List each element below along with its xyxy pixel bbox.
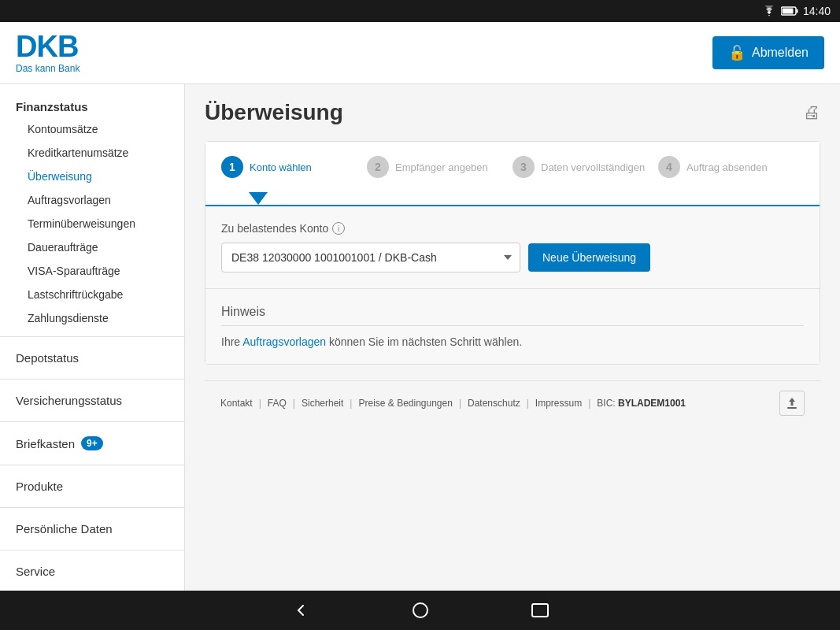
recents-button[interactable] (527, 598, 553, 623)
page-title: Überweisung (205, 100, 343, 125)
battery-icon (781, 6, 798, 16)
step-label-3: Daten vervollständigen (541, 161, 645, 173)
account-select[interactable]: DE38 12030000 1001001001 / DKB-Cash (221, 243, 520, 272)
back-button[interactable] (288, 598, 313, 623)
footer-link-sicherheit[interactable]: Sicherheit (302, 398, 343, 409)
step-circle-4: 4 (658, 156, 680, 178)
abmelden-label: Abmelden (752, 46, 809, 60)
account-label: Zu belastendes Konto i (221, 222, 804, 235)
home-button[interactable] (408, 598, 433, 623)
wizard-step-1[interactable]: 1 Konto wählen (221, 156, 367, 178)
lock-icon: 🔓 (728, 44, 746, 61)
sidebar-item-persoenliche-daten[interactable]: Persönliche Daten (0, 514, 184, 543)
svg-rect-3 (787, 407, 797, 409)
footer-link-faq[interactable]: FAQ (268, 398, 287, 409)
svg-point-4 (413, 603, 427, 617)
step-circle-2: 2 (367, 156, 389, 178)
step-circle-1: 1 (221, 156, 243, 178)
info-icon[interactable]: i (332, 222, 345, 235)
sidebar-item-depotstatus[interactable]: Depotstatus (0, 343, 184, 372)
footer-link-impressum[interactable]: Impressum (535, 398, 582, 409)
step-label-1: Konto wählen (250, 161, 312, 173)
sidebar-item-produkte[interactable]: Produkte (0, 472, 184, 501)
status-bar: 14:40 (0, 0, 840, 22)
auftragsvorlagen-link[interactable]: Auftragsvorlagen (242, 335, 326, 348)
wizard-step-3[interactable]: 3 Daten vervollständigen (513, 156, 658, 178)
sidebar-item-lastschriftruckgabe[interactable]: Lastschriftrückgabe (0, 283, 184, 306)
content-area: Überweisung 🖨 1 Konto wählen (185, 84, 840, 591)
status-icons: 14:40 (762, 5, 831, 17)
sidebar-item-briefkasten[interactable]: Briefkasten 9+ (0, 428, 184, 458)
abmelden-button[interactable]: 🔓 Abmelden (712, 36, 824, 69)
wizard-steps: 1 Konto wählen 2 Empfänger angeben (205, 142, 820, 192)
footer-link-kontakt[interactable]: Kontakt (220, 398, 253, 409)
footer-bic: BIC: BYLADEM1001 (597, 398, 686, 409)
hinweis-section: Hinweis Ihre Auftragsvorlagen können Sie… (205, 288, 820, 364)
footer-links: Kontakt | FAQ | Sicherheit | Preise & Be… (220, 398, 686, 409)
page-title-row: Überweisung 🖨 (205, 100, 820, 125)
hinweis-title: Hinweis (221, 305, 804, 326)
sidebar-item-dauerauftraege[interactable]: Daueraufträge (0, 235, 184, 259)
hinweis-text: Ihre Auftragsvorlagen können Sie im näch… (221, 335, 804, 348)
sidebar-item-versicherungsstatus[interactable]: Versicherungsstatus (0, 386, 184, 415)
neue-ueberweisung-button[interactable]: Neue Überweisung (528, 243, 650, 272)
step-circle-3: 3 (513, 156, 535, 178)
step-label-4: Auftrag absenden (686, 161, 768, 173)
svg-rect-1 (796, 9, 797, 13)
finanzstatus-title: Finanzstatus (0, 92, 184, 117)
svg-rect-2 (782, 9, 793, 14)
header: DKB Das kann Bank 🔓 Abmelden (0, 22, 840, 84)
main-layout: Finanzstatus Kontoumsätze Kreditkartenum… (0, 84, 840, 591)
footer: Kontakt | FAQ | Sicherheit | Preise & Be… (205, 380, 820, 425)
app-content: DKB Das kann Bank 🔓 Abmelden Finanzstatu… (0, 22, 840, 591)
logo-tagline: Das kann Bank (16, 63, 80, 74)
print-icon[interactable]: 🖨 (803, 102, 820, 123)
bottom-nav (0, 591, 840, 630)
sidebar: Finanzstatus Kontoumsätze Kreditkartenum… (0, 84, 185, 591)
briefkasten-badge: 9+ (81, 436, 103, 450)
footer-link-preise[interactable]: Preise & Bedingungen (358, 398, 452, 409)
svg-rect-5 (532, 604, 548, 617)
form-area: Zu belastendes Konto i DE38 12030000 100… (205, 205, 820, 288)
wizard-card: 1 Konto wählen 2 Empfänger angeben (205, 141, 820, 365)
footer-link-datenschutz[interactable]: Datenschutz (468, 398, 520, 409)
sidebar-item-zahlungsdienste[interactable]: Zahlungsdienste (0, 306, 184, 330)
step-indicator (205, 192, 820, 205)
step-label-2: Empfänger angeben (395, 161, 488, 173)
wizard-step-4[interactable]: 4 Auftrag absenden (658, 156, 804, 178)
wifi-icon (762, 6, 776, 17)
sidebar-item-kontoumsaetze[interactable]: Kontoumsätze (0, 117, 184, 141)
clock-time: 14:40 (803, 5, 831, 17)
sidebar-item-service[interactable]: Service (0, 557, 184, 586)
sidebar-item-kreditkartenumsaetze[interactable]: Kreditkartenumsätze (0, 141, 184, 165)
upload-button[interactable] (779, 391, 805, 416)
logo-dkb: DKB (16, 32, 80, 61)
logo: DKB Das kann Bank (16, 32, 80, 74)
sidebar-item-terminueberweisungen[interactable]: Terminüberweisungen (0, 212, 184, 235)
form-row: DE38 12030000 1001001001 / DKB-Cash Neue… (221, 243, 804, 272)
sidebar-item-visa-sparauftraege[interactable]: VISA-Sparaufträge (0, 259, 184, 283)
sidebar-item-ueberweisung[interactable]: Überweisung (0, 165, 184, 188)
wizard-step-2[interactable]: 2 Empfänger angeben (367, 156, 513, 178)
sidebar-item-auftragsvorlagen[interactable]: Auftragsvorlagen (0, 188, 184, 212)
